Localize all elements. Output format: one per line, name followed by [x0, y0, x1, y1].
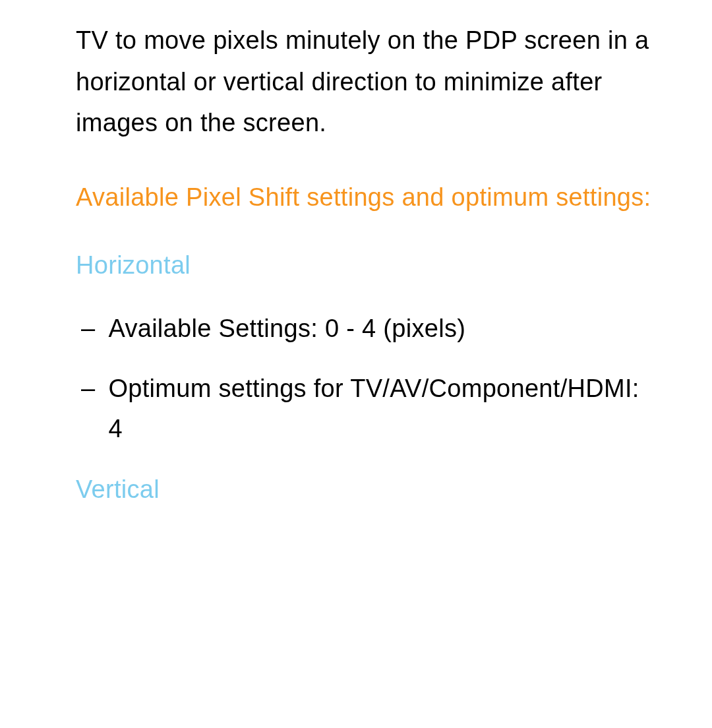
section-heading: Available Pixel Shift settings and optim… [76, 177, 653, 218]
horizontal-subheading: Horizontal [76, 245, 653, 286]
list-item-text: Optimum settings for TV/AV/Component/HDM… [108, 369, 653, 449]
horizontal-list: – Available Settings: 0 - 4 (pixels) – O… [76, 309, 653, 448]
list-item: – Optimum settings for TV/AV/Component/H… [76, 369, 653, 449]
list-item-text: Available Settings: 0 - 4 (pixels) [108, 309, 653, 349]
dash-icon: – [76, 309, 108, 349]
vertical-subheading: Vertical [76, 469, 653, 510]
list-item: – Available Settings: 0 - 4 (pixels) [76, 309, 653, 349]
intro-paragraph: TV to move pixels minutely on the PDP sc… [76, 20, 653, 144]
dash-icon: – [76, 369, 108, 449]
